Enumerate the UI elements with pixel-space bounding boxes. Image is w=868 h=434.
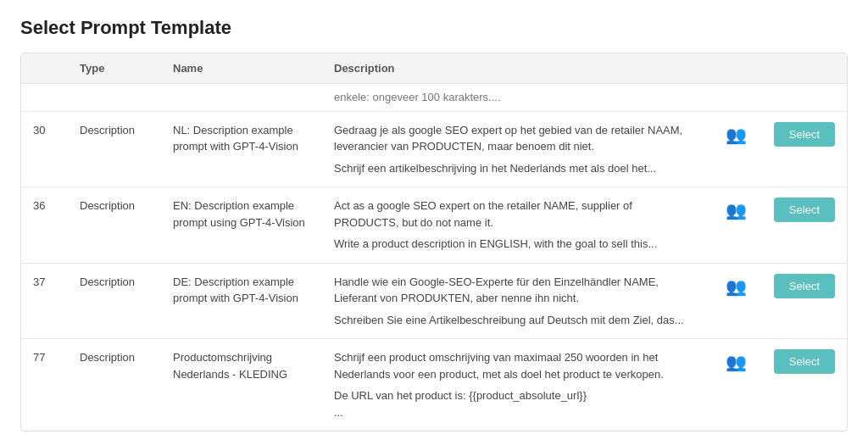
table-header-row: Type Name Description [21, 53, 847, 84]
row-desc-line2: Write a product description in ENGLISH, … [334, 236, 699, 253]
select-button[interactable]: Select [774, 122, 835, 147]
partial-desc: enkele: ongeveer 100 karakters.... [322, 84, 711, 112]
row-desc-line1: Gedraag je als google SEO expert op het … [334, 122, 699, 155]
row-name: Productomschrijving Nederlands - KLEDING [161, 339, 322, 431]
row-desc-line1: Act as a google SEO expert on the retail… [334, 198, 699, 231]
row-action-cell: Select [762, 263, 847, 339]
table-row: 37DescriptionDE: Description example pro… [21, 263, 847, 339]
select-button[interactable]: Select [774, 274, 835, 298]
partial-name [161, 84, 322, 112]
row-name: EN: Description example prompt using GPT… [161, 187, 322, 264]
users-icon: 👥 [726, 201, 747, 220]
table-row: 30DescriptionNL: Description example pro… [21, 111, 847, 187]
row-type: Description [68, 111, 161, 187]
partial-icon [711, 84, 762, 112]
row-description: Schrijf een product omschrijving van max… [322, 339, 711, 431]
partial-action [762, 84, 847, 112]
row-id: 37 [21, 263, 68, 339]
row-id: 36 [21, 187, 68, 264]
row-type: Description [68, 187, 161, 264]
table-row: 77DescriptionProductomschrijving Nederla… [21, 339, 847, 431]
row-action-cell: Select [762, 339, 847, 431]
row-description: Act as a google SEO expert on the retail… [322, 187, 711, 264]
row-name: DE: Description example prompt with GPT-… [161, 263, 322, 339]
partial-desc-text: enkele: ongeveer 100 karakters.... [334, 91, 501, 103]
col-header-type: Type [68, 53, 161, 84]
row-desc-line3: ... [334, 404, 699, 421]
col-header-desc: Description [322, 53, 711, 84]
partial-id [21, 84, 68, 112]
row-id: 30 [21, 111, 68, 187]
row-users-icon-cell: 👥 [711, 263, 762, 339]
table-row-partial: enkele: ongeveer 100 karakters.... [21, 84, 847, 112]
row-id: 77 [21, 339, 68, 431]
select-button[interactable]: Select [774, 349, 835, 374]
row-desc-line2: Schrijf een artikelbeschrijving in het N… [334, 160, 699, 177]
row-type: Description [68, 339, 161, 431]
col-header-name: Name [161, 53, 322, 84]
row-action-cell: Select [762, 111, 847, 187]
users-icon: 👥 [726, 277, 747, 296]
row-type: Description [68, 263, 161, 339]
table-row: 36DescriptionEN: Description example pro… [21, 187, 847, 264]
row-desc-line1: Handle wie ein Google-SEO-Experte für de… [334, 274, 699, 307]
col-header-action [762, 53, 847, 84]
users-icon: 👥 [726, 353, 747, 371]
main-table-wrapper: Type Name Description enkele: ongeveer 1… [20, 53, 848, 431]
row-desc-line1: Schrijf een product omschrijving van max… [334, 349, 699, 382]
row-description: Handle wie ein Google-SEO-Experte für de… [322, 263, 711, 339]
row-desc-line2: De URL van het product is: {{product_abs… [334, 387, 699, 404]
row-users-icon-cell: 👥 [711, 111, 762, 187]
row-users-icon-cell: 👥 [711, 339, 762, 431]
prompt-table: Type Name Description enkele: ongeveer 1… [21, 53, 847, 431]
row-action-cell: Select [762, 187, 847, 264]
partial-type [68, 84, 161, 112]
row-description: Gedraag je als google SEO expert op het … [322, 111, 711, 187]
col-header-id [21, 53, 68, 84]
users-icon: 👥 [726, 125, 747, 144]
select-button[interactable]: Select [774, 198, 835, 222]
page-title: Select Prompt Template [20, 17, 848, 39]
row-desc-line2: Schreiben Sie eine Artikelbeschreibung a… [334, 312, 699, 329]
row-name: NL: Description example prompt with GPT-… [161, 111, 322, 187]
row-users-icon-cell: 👥 [711, 187, 762, 264]
col-header-icon [711, 53, 762, 84]
